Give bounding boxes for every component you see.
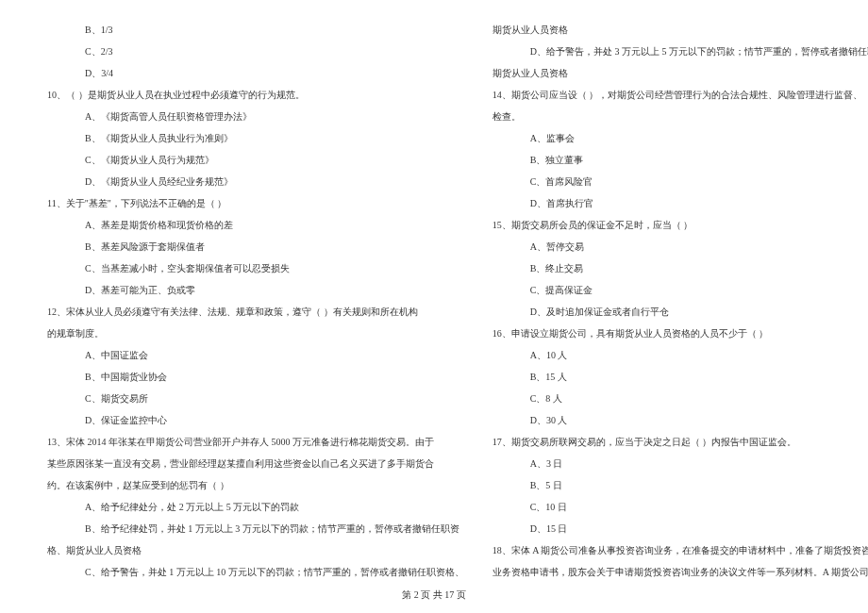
option-line: D、《期货从业人员经纪业务规范》 — [47, 171, 464, 192]
document-columns: B、1/3 C、2/3 D、3/4 10、（ ）是期货从业人员在执业过程中必须遵… — [47, 19, 821, 575]
question-line: 15、期货交易所会员的保证金不足时，应当（ ） — [492, 214, 868, 236]
page-footer: 第 2 页 共 17 页 — [0, 588, 868, 602]
option-line: D、给予警告，并处 3 万元以上 5 万元以下的罚款；情节严重的，暂停或者撤销任… — [492, 41, 868, 62]
option-line: B、1/3 — [47, 19, 464, 41]
question-line: 13、宋体 2014 年张某在甲期货公司营业部开户并存人 5000 万元准备进行… — [47, 431, 464, 453]
option-line: D、保证金监控中心 — [47, 409, 464, 431]
question-continuation: 的规章制度。 — [47, 323, 464, 344]
option-continuation: 格、期货从业人员资格 — [47, 539, 464, 561]
question-line: 14、期货公司应当设（ ），对期货公司经营管理行为的合法合规性、风险管理进行监督… — [492, 84, 868, 106]
question-line: 12、宋体从业人员必须遵守有关法律、法规、规章和政策，遵守（ ）有关规则和所在机… — [47, 301, 464, 323]
left-column: B、1/3 C、2/3 D、3/4 10、（ ）是期货从业人员在执业过程中必须遵… — [47, 19, 464, 575]
option-line: A、10 人 — [492, 344, 868, 366]
option-line: C、当基差减小时，空头套期保值者可以忍受损失 — [47, 257, 464, 279]
question-line: 17、期货交易所联网交易的，应当于决定之日起（ ）内报告中国证监会。 — [492, 431, 868, 453]
question-continuation: 某些原因张某一直没有交易，营业部经理赵某擅自利用这些资金以自己名义买进了多手期货… — [47, 453, 464, 474]
question-continuation: 检查。 — [492, 106, 868, 127]
option-line: B、5 日 — [492, 474, 868, 496]
option-line: C、《期货从业人员行为规范》 — [47, 149, 464, 171]
option-line: A、给予纪律处分，处 2 万元以上 5 万元以下的罚款 — [47, 496, 464, 518]
option-line: A、监事会 — [492, 127, 868, 149]
option-line: B、《期货从业人员执业行为准则》 — [47, 127, 464, 149]
question-line: 16、申请设立期货公司，具有期货从业人员资格的人员不少于（ ） — [492, 323, 868, 344]
option-line: C、10 日 — [492, 496, 868, 518]
option-line: B、15 人 — [492, 366, 868, 388]
question-line: 10、（ ）是期货从业人员在执业过程中必须遵守的行为规范。 — [47, 84, 464, 106]
question-line: 18、宋体 A 期货公司准备从事投资咨询业务，在准备提交的申请材料中，准备了期货… — [492, 539, 868, 561]
option-line: A、基差是期货价格和现货价格的差 — [47, 214, 464, 236]
option-line: D、及时追加保证金或者自行平仓 — [492, 301, 868, 323]
option-line: B、给予纪律处罚，并处 1 万元以上 3 万元以下的罚款；情节严重的，暂停或者撤… — [47, 518, 464, 539]
question-continuation: 业务资格申请书，股东会关于申请期货投资咨询业务的决议文件等一系列材料。A 期货公… — [492, 561, 868, 583]
option-line: A、3 日 — [492, 453, 868, 474]
question-line: 11、关于"基差"，下列说法不正确的是（ ） — [47, 192, 464, 214]
question-continuation: 约。在该案例中，赵某应受到的惩罚有（ ） — [47, 474, 464, 496]
option-line: D、3/4 — [47, 62, 464, 84]
option-line: D、基差可能为正、负或零 — [47, 279, 464, 301]
option-line: C、首席风险官 — [492, 171, 868, 192]
option-line: D、首席执行官 — [492, 192, 868, 214]
option-continuation: 期货从业人员资格 — [492, 19, 868, 41]
option-line: C、8 人 — [492, 388, 868, 409]
option-line: B、终止交易 — [492, 257, 868, 279]
right-column: 期货从业人员资格 D、给予警告，并处 3 万元以上 5 万元以下的罚款；情节严重… — [492, 19, 868, 575]
option-continuation: 期货从业人员资格 — [492, 62, 868, 84]
option-line: A、中国证监会 — [47, 344, 464, 366]
option-line: A、暂停交易 — [492, 236, 868, 257]
option-line: C、提高保证金 — [492, 279, 868, 301]
option-line: D、30 人 — [492, 409, 868, 431]
option-line: C、期货交易所 — [47, 388, 464, 409]
option-line: B、独立董事 — [492, 149, 868, 171]
option-line: A、《期货高管人员任职资格管理办法》 — [47, 106, 464, 127]
option-line: C、给予警告，并处 1 万元以上 10 万元以下的罚款；情节严重的，暂停或者撤销… — [47, 561, 464, 583]
option-line: C、2/3 — [47, 41, 464, 62]
option-line: D、15 日 — [492, 518, 868, 539]
option-line: B、基差风险源于套期保值者 — [47, 236, 464, 257]
option-line: B、中国期货业协会 — [47, 366, 464, 388]
